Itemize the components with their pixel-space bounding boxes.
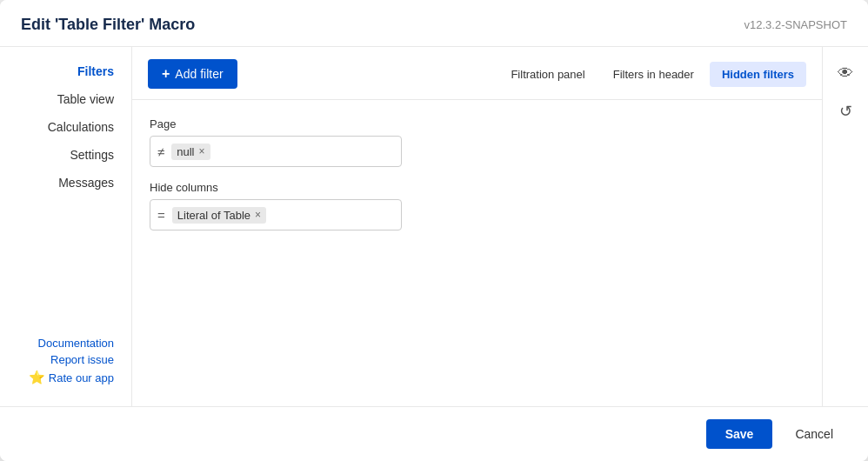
plus-icon: +: [162, 66, 170, 82]
tab-group: Filtration panel Filters in header Hidde…: [498, 62, 806, 87]
sidebar-item-settings[interactable]: Settings: [0, 141, 131, 169]
hide-columns-tag-close[interactable]: ×: [255, 210, 261, 220]
tab-filters-in-header[interactable]: Filters in header: [601, 62, 706, 87]
sidebar-item-table-view[interactable]: Table view: [0, 85, 131, 113]
save-button[interactable]: Save: [706, 419, 773, 449]
page-tag: null ×: [171, 144, 210, 160]
sidebar-footer: Documentation Report issue ⭐ Rate our ap…: [0, 326, 131, 396]
sidebar-item-calculations[interactable]: Calculations: [0, 113, 131, 141]
main-toolbar: + Add filter Filtration panel Filters in…: [132, 47, 822, 100]
modal-version: v12.3.2-SNAPSHOT: [744, 18, 848, 31]
refresh-button[interactable]: ↺: [831, 97, 859, 125]
eye-icon: 👁: [838, 64, 853, 83]
page-field-label: Page: [150, 117, 805, 130]
star-icon: ⭐: [29, 370, 45, 385]
right-icons-panel: 👁 ↺: [822, 47, 868, 406]
hide-columns-tag: Literal of Table ×: [172, 207, 266, 224]
sidebar-nav: Filters Table view Calculations Settings…: [0, 57, 131, 326]
rate-app-link[interactable]: ⭐ Rate our app: [17, 370, 114, 385]
page-operator-icon[interactable]: ≠: [157, 144, 164, 159]
sidebar-item-messages[interactable]: Messages: [0, 169, 131, 197]
sidebar: Filters Table view Calculations Settings…: [0, 47, 132, 406]
main-content: + Add filter Filtration panel Filters in…: [132, 47, 822, 406]
modal-body: Filters Table view Calculations Settings…: [0, 47, 868, 406]
modal-header: Edit 'Table Filter' Macro v12.3.2-SNAPSH…: [0, 0, 868, 47]
documentation-link[interactable]: Documentation: [17, 337, 114, 350]
report-issue-link[interactable]: Report issue: [17, 353, 114, 366]
sidebar-item-filters[interactable]: Filters: [0, 57, 131, 85]
cancel-button[interactable]: Cancel: [781, 419, 847, 449]
main-fields: Page ≠ null × Hide columns = Literal of …: [132, 100, 822, 406]
modal-container: Edit 'Table Filter' Macro v12.3.2-SNAPSH…: [0, 0, 868, 461]
modal-footer: Save Cancel: [0, 406, 868, 461]
add-filter-button[interactable]: + Add filter: [148, 59, 237, 89]
tab-hidden-filters[interactable]: Hidden filters: [710, 62, 806, 87]
modal-title: Edit 'Table Filter' Macro: [21, 16, 195, 34]
tab-filtration-panel[interactable]: Filtration panel: [498, 62, 597, 87]
page-tag-close[interactable]: ×: [198, 146, 204, 157]
hide-columns-operator-icon[interactable]: =: [157, 208, 165, 223]
page-filter-row[interactable]: ≠ null ×: [150, 136, 402, 167]
refresh-icon: ↺: [839, 102, 852, 121]
hide-columns-field-label: Hide columns: [150, 181, 805, 194]
eye-button[interactable]: 👁: [831, 59, 859, 87]
hide-columns-filter-row[interactable]: = Literal of Table ×: [150, 199, 402, 230]
